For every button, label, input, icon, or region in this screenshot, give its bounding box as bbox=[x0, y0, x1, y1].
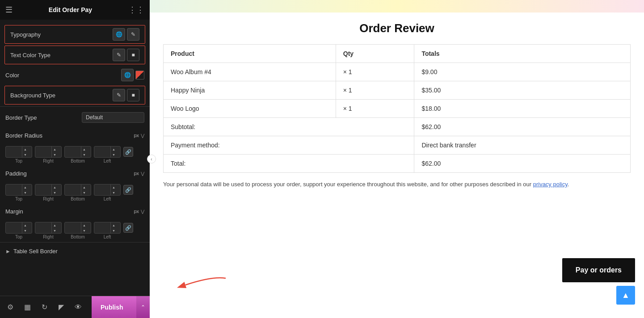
padding-right-arrows[interactable]: ▲ ▼ bbox=[51, 184, 58, 195]
padding-link-btn[interactable]: 🔗 bbox=[123, 185, 133, 195]
margin-link-btn[interactable]: 🔗 bbox=[123, 223, 133, 233]
table-cell-qty-2: × 1 bbox=[336, 100, 414, 118]
collapse-panel-btn[interactable]: ‹ bbox=[147, 155, 156, 163]
border-radius-bottom-up[interactable]: ▲ bbox=[81, 146, 87, 152]
padding-right-up[interactable]: ▲ bbox=[52, 184, 58, 190]
padding-top-arrows[interactable]: ▲ ▼ bbox=[22, 184, 28, 195]
margin-right-input[interactable] bbox=[35, 225, 51, 230]
color-swatch-red[interactable] bbox=[135, 71, 144, 80]
margin-top-input[interactable] bbox=[6, 225, 22, 230]
grid-icon[interactable]: ⋮⋮ bbox=[128, 5, 144, 15]
margin-left-input[interactable] bbox=[94, 225, 110, 230]
table-sell-border-row[interactable]: ► Table Sell Border bbox=[0, 244, 150, 256]
padding-top-up[interactable]: ▲ bbox=[22, 184, 28, 190]
border-radius-bottom-box[interactable]: ▲ ▼ bbox=[64, 146, 91, 158]
padding-left-input[interactable] bbox=[94, 187, 110, 192]
border-radius-left-input[interactable] bbox=[94, 149, 110, 155]
padding-top-input[interactable] bbox=[6, 187, 22, 192]
hamburger-icon[interactable]: ☰ bbox=[5, 5, 13, 15]
padding-right-input[interactable] bbox=[35, 187, 51, 192]
padding-left-up[interactable]: ▲ bbox=[111, 184, 117, 190]
margin-bottom-arrows[interactable]: ▲ ▼ bbox=[81, 222, 87, 233]
privacy-policy-link[interactable]: privacy policy bbox=[533, 181, 568, 188]
border-radius-controls: px ⋁ bbox=[134, 133, 144, 138]
padding-right-spinner: ▲ ▼ Right bbox=[35, 184, 62, 201]
pencil-icon-btn[interactable]: ✎ bbox=[113, 49, 125, 61]
border-radius-top-input[interactable] bbox=[6, 149, 22, 155]
padding-bottom-arrows[interactable]: ▲ ▼ bbox=[81, 184, 87, 195]
margin-bottom-down[interactable]: ▼ bbox=[81, 228, 87, 233]
border-radius-right-input[interactable] bbox=[35, 149, 51, 155]
border-radius-left-box[interactable]: ▲ ▼ bbox=[94, 146, 121, 158]
margin-top-arrows[interactable]: ▲ ▼ bbox=[22, 222, 28, 233]
border-radius-left-arrows[interactable]: ▲ ▼ bbox=[110, 146, 117, 157]
fill-icon-btn[interactable]: ■ bbox=[127, 49, 139, 61]
margin-controls: px ⋁ bbox=[134, 209, 144, 214]
border-radius-left-down[interactable]: ▼ bbox=[111, 152, 117, 157]
border-radius-right-arrows[interactable]: ▲ ▼ bbox=[51, 146, 58, 157]
layers-icon-btn[interactable]: ▦ bbox=[21, 301, 34, 314]
margin-left-arrows[interactable]: ▲ ▼ bbox=[110, 222, 117, 233]
color-label: Color bbox=[5, 72, 19, 79]
bottom-toolbar: ⚙ ▦ ↻ ◤ 👁 Publish ⌃ bbox=[0, 296, 150, 318]
padding-bottom-input[interactable] bbox=[65, 187, 81, 192]
table-row: Woo Album #4× 1$9.00 bbox=[164, 63, 631, 81]
settings-icon-btn[interactable]: ⚙ bbox=[4, 301, 17, 314]
padding-bottom-up[interactable]: ▲ bbox=[81, 184, 87, 190]
preview-icon-btn[interactable]: 👁 bbox=[72, 301, 85, 314]
border-radius-top-down[interactable]: ▼ bbox=[22, 152, 28, 157]
border-radius-bottom-spinner: ▲ ▼ Bottom bbox=[64, 146, 91, 163]
back-to-top-button[interactable]: ▲ bbox=[616, 286, 635, 305]
padding-left-label: Left bbox=[104, 197, 111, 201]
pay-orders-button[interactable]: Pay or orders bbox=[562, 258, 635, 282]
margin-right-arrows[interactable]: ▲ ▼ bbox=[51, 222, 58, 233]
border-radius-right-box[interactable]: ▲ ▼ bbox=[35, 146, 62, 158]
responsive-icon-btn[interactable]: ◤ bbox=[55, 301, 68, 314]
border-radius-bottom-input[interactable] bbox=[65, 149, 81, 155]
border-type-select[interactable]: Default bbox=[82, 112, 144, 123]
padding-left-arrows[interactable]: ▲ ▼ bbox=[110, 184, 117, 195]
margin-top-up[interactable]: ▲ bbox=[22, 222, 28, 228]
padding-top-down[interactable]: ▼ bbox=[22, 190, 28, 195]
border-radius-left-up[interactable]: ▲ bbox=[111, 146, 117, 152]
history-icon-btn[interactable]: ↻ bbox=[38, 301, 51, 314]
border-radius-bottom-down[interactable]: ▼ bbox=[81, 152, 87, 157]
text-color-type-label: Text Color Type bbox=[10, 52, 51, 59]
padding-left-box[interactable]: ▲ ▼ bbox=[94, 184, 121, 196]
margin-top-down[interactable]: ▼ bbox=[22, 228, 28, 233]
margin-left-up[interactable]: ▲ bbox=[111, 222, 117, 228]
margin-bottom-input[interactable] bbox=[65, 225, 81, 230]
border-radius-top-arrows[interactable]: ▲ ▼ bbox=[22, 146, 28, 157]
fill-bg-icon-btn[interactable]: ■ bbox=[127, 89, 139, 101]
margin-right-up[interactable]: ▲ bbox=[52, 222, 58, 228]
padding-right-box[interactable]: ▲ ▼ bbox=[35, 184, 62, 196]
margin-left-down[interactable]: ▼ bbox=[111, 228, 117, 233]
globe-icon-btn[interactable]: 🌐 bbox=[113, 28, 125, 41]
table-row: Subtotal:$62.00 bbox=[164, 118, 631, 136]
border-radius-right-down[interactable]: ▼ bbox=[52, 152, 58, 157]
padding-top-box[interactable]: ▲ ▼ bbox=[5, 184, 32, 196]
margin-label: Margin bbox=[5, 208, 23, 215]
bg-type-controls: ✎ ■ bbox=[113, 89, 139, 101]
border-radius-link-btn[interactable]: 🔗 bbox=[123, 147, 133, 157]
padding-bottom-box[interactable]: ▲ ▼ bbox=[64, 184, 91, 196]
margin-right-box[interactable]: ▲ ▼ bbox=[35, 222, 62, 234]
margin-bottom-box[interactable]: ▲ ▼ bbox=[64, 222, 91, 234]
edit-icon-btn[interactable]: ✎ bbox=[127, 28, 139, 41]
publish-button[interactable]: Publish bbox=[92, 296, 136, 318]
border-radius-bottom-arrows[interactable]: ▲ ▼ bbox=[81, 146, 87, 157]
pencil-bg-icon-btn[interactable]: ✎ bbox=[113, 89, 125, 101]
margin-left-box[interactable]: ▲ ▼ bbox=[94, 222, 121, 234]
border-radius-right-up[interactable]: ▲ bbox=[52, 146, 58, 152]
padding-left-down[interactable]: ▼ bbox=[111, 190, 117, 195]
left-panel: ☰ Edit Order Pay ⋮⋮ Typography 🌐 ✎ Text … bbox=[0, 0, 150, 318]
padding-bottom-down[interactable]: ▼ bbox=[81, 190, 87, 195]
margin-top-box[interactable]: ▲ ▼ bbox=[5, 222, 32, 234]
border-radius-top-up[interactable]: ▲ bbox=[22, 146, 28, 152]
border-radius-top-box[interactable]: ▲ ▼ bbox=[5, 146, 32, 158]
publish-chevron-btn[interactable]: ⌃ bbox=[136, 296, 150, 318]
padding-right-down[interactable]: ▼ bbox=[52, 190, 58, 195]
globe-color-icon-btn[interactable]: 🌐 bbox=[121, 69, 134, 81]
margin-right-down[interactable]: ▼ bbox=[52, 228, 58, 233]
margin-bottom-up[interactable]: ▲ bbox=[81, 222, 87, 228]
